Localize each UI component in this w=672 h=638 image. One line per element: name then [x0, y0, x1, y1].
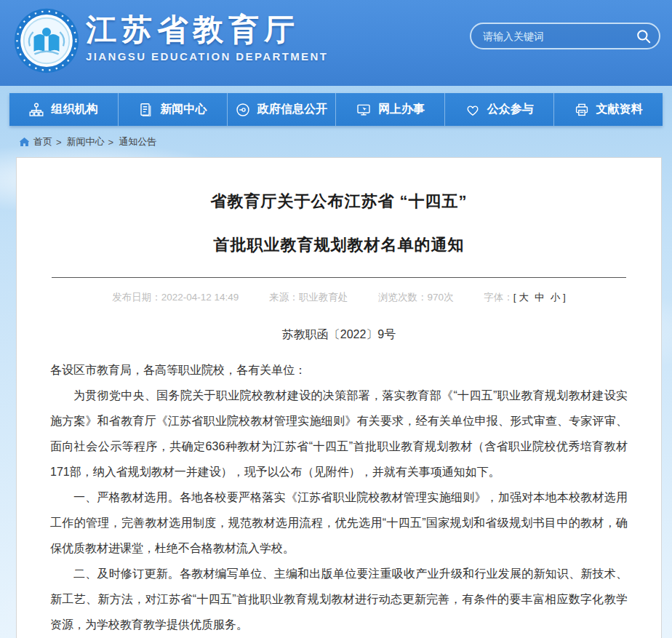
nav-label: 组织机构	[51, 102, 97, 117]
breadcrumb-separator: >	[108, 137, 114, 148]
news-icon	[138, 103, 153, 117]
nav-item-news-center[interactable]: 新闻中心	[119, 93, 228, 126]
article-panel: 省教育厅关于公布江苏省 “十四五” 首批职业教育规划教材名单的通知 发布日期：2…	[16, 157, 662, 638]
title-divider	[52, 277, 626, 278]
nav-label: 政府信息公开	[257, 102, 327, 117]
site-name: 江苏省教育厅	[86, 12, 328, 47]
org-chart-icon	[29, 103, 44, 117]
search-button[interactable]	[636, 28, 652, 44]
nav-item-gov-info-disclosure[interactable]: 政府信息公开	[228, 93, 337, 126]
site-header: 江苏省教育厅 JIANGSU EDUCATION DEPARTMENT	[0, 0, 672, 86]
font-size-medium-button[interactable]: 中	[535, 292, 545, 303]
nav-item-documents[interactable]: 文献资料	[554, 93, 663, 126]
nav-label: 公众参与	[487, 102, 534, 117]
font-size-large-button[interactable]: 大	[519, 292, 529, 303]
online-service-icon	[356, 103, 371, 117]
salutation: 各设区市教育局，各高等职业院校，各有关单位：	[50, 357, 628, 383]
site-title: 江苏省教育厅 JIANGSU EDUCATION DEPARTMENT	[86, 12, 328, 63]
heart-icon	[465, 103, 480, 117]
home-icon	[19, 137, 30, 147]
view-count: 浏览次数：970次	[378, 292, 454, 303]
font-size-control: 字体：[大中小]	[484, 292, 566, 303]
article-meta: 发布日期：2022-04-12 14:49 来源：职业教育处 浏览次数：970次…	[50, 291, 628, 304]
nav-item-organization[interactable]: 组织机构	[9, 93, 119, 126]
document-number: 苏教职函〔2022〕9号	[50, 327, 628, 343]
paragraph: 二、及时修订更新。各教材编写单位、主编和出版单位要注重吸收产业升级和行业发展的新…	[50, 561, 628, 637]
search-box	[470, 23, 660, 49]
nav-label: 新闻中心	[160, 102, 207, 117]
paragraph: 为贯彻党中央、国务院关于职业院校教材建设的决策部署，落实教育部《“十四五”职业教…	[50, 383, 628, 485]
breadcrumb-news-center[interactable]: 新闻中心	[67, 135, 105, 148]
article-body: 各设区市教育局，各高等职业院校，各有关单位： 为贯彻党中央、国务院关于职业院校教…	[50, 357, 628, 638]
article-title-line2: 首批职业教育规划教材名单的通知	[50, 223, 628, 267]
font-size-small-button[interactable]: 小	[550, 292, 560, 303]
nav-label: 文献资料	[596, 102, 643, 117]
breadcrumb-notices[interactable]: 通知公告	[119, 135, 156, 148]
main-nav: 组织机构 新闻中心 政府信息公开 网上办事 公众参与	[9, 93, 663, 126]
search-input[interactable]	[483, 31, 636, 42]
paragraph: 一、严格教材选用。各地各校要严格落实《江苏省职业院校教材管理实施细则》，加强对本…	[50, 485, 628, 561]
article-title: 省教育厅关于公布江苏省 “十四五” 首批职业教育规划教材名单的通知	[50, 180, 628, 267]
font-size-label: 字体：	[484, 292, 513, 303]
info-disclosure-icon	[236, 103, 250, 117]
publish-date: 发布日期：2022-04-12 14:49	[112, 292, 239, 303]
breadcrumb-home[interactable]: 首页	[33, 135, 52, 148]
article-title-line1: 省教育厅关于公布江苏省 “十四五”	[50, 180, 628, 223]
nav-label: 网上办事	[378, 102, 425, 117]
jiangsu-education-emblem-icon	[13, 7, 80, 74]
source: 来源：职业教育处	[269, 292, 348, 303]
search-icon	[636, 28, 652, 44]
site-name-en: JIANGSU EDUCATION DEPARTMENT	[86, 50, 328, 63]
breadcrumb-separator: >	[56, 137, 62, 148]
nav-item-online-services[interactable]: 网上办事	[336, 93, 445, 126]
nav-item-public-participation[interactable]: 公众参与	[445, 93, 554, 126]
archives-icon	[575, 103, 589, 117]
breadcrumb: 首页> 新闻中心> 通知公告	[19, 135, 672, 148]
